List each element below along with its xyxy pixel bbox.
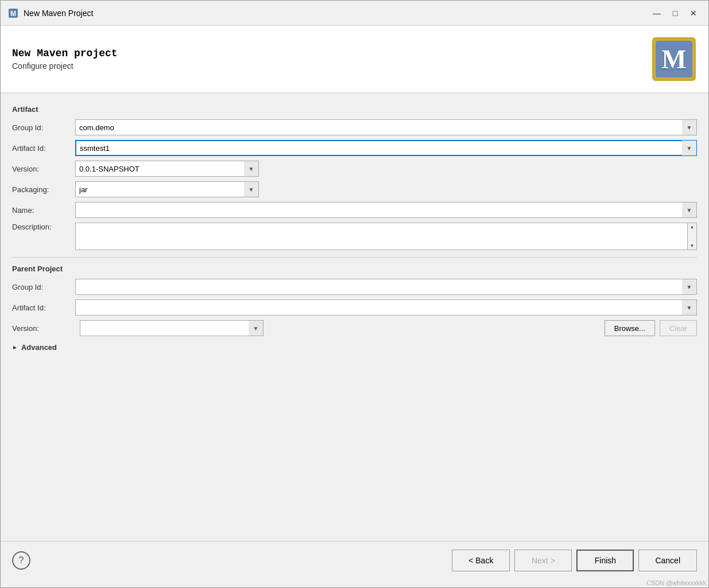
- description-scrollbar: ▲ ▼: [688, 223, 697, 250]
- packaging-label: Packaging:: [12, 185, 75, 194]
- header-section: New Maven project Configure project M M: [1, 26, 708, 94]
- version-select[interactable]: 0.0.1-SNAPSHOT: [75, 161, 259, 177]
- artifact-id-label: Artifact Id:: [12, 144, 75, 153]
- packaging-row: Packaging: jar war pom ▼: [12, 181, 697, 197]
- parent-group-id-row: Group Id: ▼: [12, 279, 697, 295]
- cancel-button[interactable]: Cancel: [638, 550, 697, 571]
- help-button[interactable]: ?: [12, 551, 30, 570]
- parent-group-id-input[interactable]: [75, 279, 697, 295]
- artifact-id-dropdown-arrow[interactable]: ▼: [682, 140, 697, 156]
- description-input[interactable]: [75, 223, 688, 250]
- clear-button[interactable]: Clear: [660, 320, 697, 336]
- title-bar-controls: — □ ✕: [649, 5, 702, 21]
- header-text-block: New Maven project Configure project: [12, 48, 118, 71]
- parent-artifact-id-dropdown-arrow[interactable]: ▼: [682, 299, 697, 316]
- group-id-row: Group Id: ▼: [12, 119, 697, 135]
- description-label: Description:: [12, 223, 75, 231]
- description-row: Description: ▲ ▼: [12, 223, 697, 250]
- title-bar-left: M New Maven Project: [7, 7, 93, 19]
- name-dropdown-arrow[interactable]: ▼: [682, 202, 697, 218]
- advanced-label: Advanced: [21, 343, 57, 352]
- parent-group-id-dropdown-arrow[interactable]: ▼: [682, 279, 697, 295]
- parent-version-row: Version: ▼ Browse... Clear: [12, 320, 697, 336]
- parent-artifact-id-input[interactable]: [75, 299, 697, 316]
- window-title: New Maven Project: [24, 9, 93, 18]
- minimize-button[interactable]: —: [649, 5, 665, 21]
- close-button[interactable]: ✕: [685, 5, 702, 21]
- packaging-select[interactable]: jar war pom: [75, 181, 259, 197]
- parent-artifact-id-combo: ▼: [75, 299, 697, 316]
- advanced-row[interactable]: ► Advanced: [12, 341, 697, 354]
- artifact-id-row: Artifact Id: ▼: [12, 140, 697, 156]
- maven-header-icon: M M: [651, 36, 697, 82]
- name-label: Name:: [12, 206, 75, 215]
- artifact-section-label: Artifact: [12, 105, 697, 114]
- parent-group-id-combo: ▼: [75, 279, 697, 295]
- version-select-wrapper: 0.0.1-SNAPSHOT ▼: [75, 161, 259, 177]
- parent-artifact-id-label: Artifact Id:: [12, 303, 75, 312]
- name-row: Name: ▼: [12, 202, 697, 218]
- artifact-id-combo: ▼: [75, 140, 697, 156]
- packaging-select-wrapper: jar war pom ▼: [75, 181, 259, 197]
- group-id-label: Group Id:: [12, 123, 75, 132]
- divider-1: [12, 257, 697, 258]
- group-id-dropdown-arrow[interactable]: ▼: [682, 119, 697, 135]
- artifact-id-input[interactable]: [75, 140, 697, 156]
- maven-title-icon: M: [7, 7, 19, 19]
- scroll-down-arrow[interactable]: ▼: [690, 243, 695, 248]
- parent-version-label: Version:: [12, 324, 75, 333]
- scroll-up-arrow[interactable]: ▲: [690, 224, 695, 229]
- advanced-triangle-icon: ►: [12, 344, 18, 351]
- maximize-button[interactable]: □: [667, 5, 683, 21]
- parent-version-select[interactable]: [80, 320, 264, 336]
- footer-buttons: < Back Next > Finish Cancel: [452, 550, 697, 571]
- watermark-text: CSDN @whitexxxkkk: [1, 579, 708, 587]
- version-label: Version:: [12, 165, 75, 173]
- parent-artifact-id-row: Artifact Id: ▼: [12, 299, 697, 316]
- header-title: New Maven project: [12, 48, 118, 59]
- back-button[interactable]: < Back: [452, 550, 510, 571]
- main-window: M New Maven Project — □ ✕ New Maven proj…: [0, 0, 709, 588]
- version-row: Version: 0.0.1-SNAPSHOT ▼: [12, 161, 697, 177]
- content-area: Artifact Group Id: ▼ Artifact Id: ▼ Vers…: [1, 94, 708, 541]
- next-button[interactable]: Next >: [514, 550, 572, 571]
- svg-text:M: M: [661, 45, 686, 74]
- footer-left: ?: [12, 551, 30, 570]
- svg-text:M: M: [10, 10, 16, 18]
- title-bar: M New Maven Project — □ ✕: [1, 1, 708, 26]
- parent-version-select-wrapper: ▼: [80, 320, 264, 336]
- parent-group-id-label: Group Id:: [12, 283, 75, 291]
- browse-button[interactable]: Browse...: [605, 320, 655, 336]
- parent-project-label: Parent Project: [12, 264, 697, 273]
- finish-button[interactable]: Finish: [576, 550, 634, 571]
- name-input[interactable]: [75, 202, 697, 218]
- group-id-combo: ▼: [75, 119, 697, 135]
- header-subtitle: Configure project: [12, 61, 118, 71]
- name-combo: ▼: [75, 202, 697, 218]
- group-id-input[interactable]: [75, 119, 697, 135]
- footer: ? < Back Next > Finish Cancel: [1, 541, 708, 579]
